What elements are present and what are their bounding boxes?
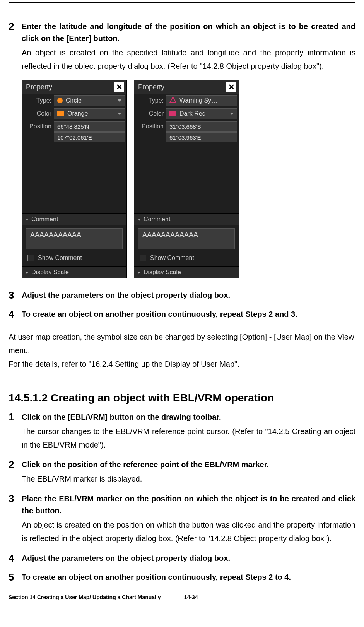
longitude-field[interactable]: 61°03.963'E — [166, 132, 237, 142]
color-dropdown[interactable]: Dark Red — [166, 108, 237, 119]
show-comment-checkbox[interactable]: Show Comment — [22, 252, 126, 266]
chevron-down-icon: ▾ — [138, 217, 140, 222]
longitude-field[interactable]: 107°02.061'E — [54, 132, 125, 142]
step-number: 1 — [9, 411, 22, 423]
display-scale-label: Display Scale — [31, 269, 69, 276]
step-number: 4 — [9, 308, 22, 320]
chevron-down-icon — [118, 113, 121, 115]
color-label: Color — [136, 110, 164, 117]
step-desc: The EBL/VRM marker is displayed. — [22, 472, 355, 486]
comment-section-toggle[interactable]: ▾ Comment — [134, 213, 239, 225]
position-label: Position — [136, 121, 164, 130]
display-scale-section-toggle[interactable]: ▸ Display Scale — [22, 266, 126, 278]
step-title: Adjust the parameters on the object prop… — [22, 552, 355, 564]
color-label: Color — [24, 110, 51, 117]
top-rule — [9, 2, 355, 5]
chevron-right-icon: ▸ — [138, 270, 140, 275]
step-desc: An object is created on the position on … — [22, 518, 355, 545]
type-label: Type: — [24, 97, 51, 104]
comment-value: AAAAAAAAAAA — [30, 231, 81, 239]
chevron-down-icon — [118, 99, 121, 102]
panel-title: Property — [26, 83, 52, 91]
chevron-down-icon — [230, 113, 234, 115]
display-scale-section-toggle[interactable]: ▸ Display Scale — [134, 266, 239, 278]
step-title: To create an object on another position … — [22, 308, 355, 320]
show-comment-label: Show Comment — [150, 255, 194, 261]
type-value: Warning Sy… — [179, 97, 217, 104]
warning-triangle-icon — [169, 97, 176, 104]
color-dropdown[interactable]: Orange — [54, 108, 125, 119]
position-label: Position — [24, 121, 51, 130]
step-number: 5 — [9, 571, 22, 583]
step-desc: The cursor changes to the EBL/VRM refere… — [22, 425, 355, 452]
footer-page: 14-34 — [184, 594, 198, 600]
comment-input[interactable]: AAAAAAAAAAAA — [138, 228, 235, 249]
svg-point-2 — [173, 101, 173, 102]
comment-section-label: Comment — [31, 216, 58, 223]
step-title: Click on the [EBL/VRM] button on the dra… — [22, 411, 355, 423]
show-comment-label: Show Comment — [38, 255, 82, 261]
color-value: Dark Red — [179, 110, 206, 117]
circle-icon — [57, 98, 63, 103]
color-swatch-icon — [169, 111, 176, 116]
comment-section-label: Comment — [144, 216, 170, 223]
panel-title: Property — [138, 83, 164, 91]
type-dropdown[interactable]: Warning Sy… — [166, 95, 237, 106]
color-swatch-icon — [57, 111, 64, 116]
checkbox-icon — [27, 255, 34, 261]
show-comment-checkbox[interactable]: Show Comment — [134, 252, 239, 266]
latitude-field[interactable]: 66°48.825'N — [54, 121, 125, 132]
step-number: 4 — [9, 552, 22, 564]
body-text: At user map creation, the symbol size ca… — [9, 330, 355, 357]
step-title: Adjust the parameters on the object prop… — [22, 289, 355, 301]
step-title: Place the EBL/VRM marker on the position… — [22, 493, 355, 517]
step-number: 3 — [9, 289, 22, 301]
comment-input[interactable]: AAAAAAAAAAA — [26, 228, 123, 249]
comment-value: AAAAAAAAAAAA — [142, 231, 198, 239]
step-desc: An object is created on the specified la… — [22, 46, 355, 73]
body-text: For the details, refer to "16.2.4 Settin… — [9, 357, 355, 371]
comment-section-toggle[interactable]: ▾ Comment — [22, 213, 126, 225]
type-label: Type: — [136, 97, 164, 104]
step-title: To create an object on another position … — [22, 571, 355, 583]
subsection-heading: 14.5.1.2 Creating an object with EBL/VRM… — [9, 392, 355, 404]
checkbox-icon — [140, 255, 146, 261]
footer-section: Section 14 Creating a User Map/ Updating… — [9, 594, 161, 600]
step-title: Enter the latitude and longitude of the … — [22, 21, 355, 44]
type-value: Circle — [66, 97, 82, 104]
close-icon[interactable]: ✕ — [114, 82, 124, 92]
property-panels: Property ✕ Type: Circle Color Orange — [22, 80, 355, 278]
close-icon[interactable]: ✕ — [226, 82, 236, 92]
step-number: 3 — [9, 493, 22, 504]
step-number: 2 — [9, 21, 22, 32]
type-dropdown[interactable]: Circle — [54, 95, 125, 106]
color-value: Orange — [67, 110, 88, 117]
step-title: Click on the position of the reference p… — [22, 459, 355, 471]
latitude-field[interactable]: 31°03.668'S — [166, 121, 237, 132]
step-number: 2 — [9, 459, 22, 470]
property-panel-circle: Property ✕ Type: Circle Color Orange — [22, 80, 127, 278]
chevron-right-icon: ▸ — [26, 270, 28, 275]
display-scale-label: Display Scale — [144, 269, 181, 276]
chevron-down-icon: ▾ — [26, 217, 28, 222]
property-panel-warning: Property ✕ Type: Warning Sy… Color Dark … — [134, 80, 239, 278]
